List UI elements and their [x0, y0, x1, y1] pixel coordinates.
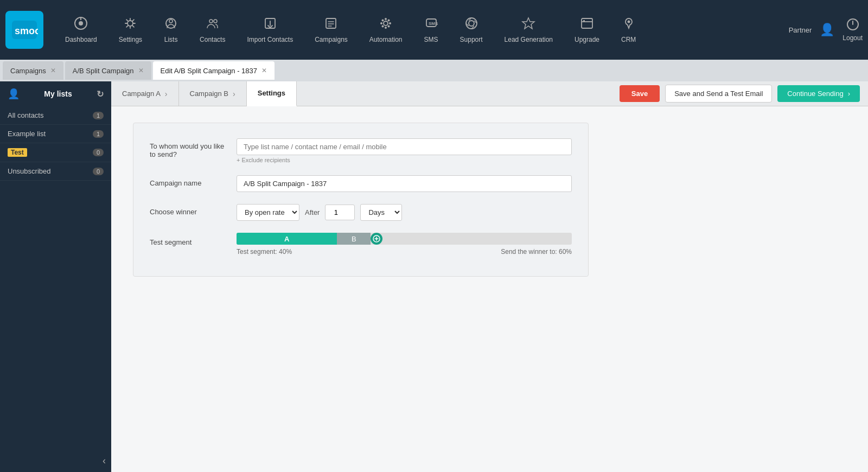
- lead-generation-icon: [521, 16, 535, 33]
- main-layout: 👤 My lists ↻ All contacts 1 Example list…: [0, 81, 868, 472]
- sub-tab-campaign-a[interactable]: Campaign A ›: [111, 81, 179, 106]
- continue-sending-button[interactable]: Continue Sending ›: [777, 85, 860, 102]
- svg-point-6: [169, 20, 173, 23]
- nav-label-settings: Settings: [119, 36, 142, 43]
- segment-percent-label: Test segment: 40%: [237, 248, 292, 256]
- after-label: After: [305, 208, 320, 216]
- nav-label-dashboard: Dashboard: [65, 36, 97, 43]
- nav-label-lists: Lists: [164, 36, 178, 43]
- to-field-group: + Exclude recipients: [237, 138, 572, 163]
- sub-tab-settings[interactable]: Settings: [247, 81, 297, 106]
- svg-point-3: [79, 21, 83, 25]
- nav-label-lead-generation: Lead Generation: [505, 36, 553, 43]
- support-icon: [464, 16, 478, 33]
- exclude-recipients-link[interactable]: + Exclude recipients: [237, 157, 572, 163]
- tab-ab-split[interactable]: A/B Split Campaign ✕: [65, 61, 151, 80]
- sub-tab-label-settings: Settings: [258, 89, 285, 97]
- nav-label-import-contacts: Import Contacts: [247, 36, 293, 43]
- form-row-to: To whom would you like to send? + Exclud…: [150, 138, 572, 163]
- nav-label-support: Support: [460, 36, 483, 43]
- sidebar-item-label-all-contacts: All contacts: [8, 111, 43, 119]
- sidebar-item-unsubscribed[interactable]: Unsubscribed 0: [0, 162, 111, 181]
- svg-rect-29: [582, 18, 592, 28]
- svg-point-31: [627, 21, 630, 23]
- continue-arrow-icon: ›: [848, 90, 850, 98]
- campaign-name-field-group: [237, 175, 572, 192]
- tabs-bar: Campaigns ✕ A/B Split Campaign ✕ Edit A/…: [0, 60, 868, 81]
- sms-icon: SMS: [424, 16, 438, 33]
- logout-button[interactable]: Logout: [843, 18, 863, 42]
- logo[interactable]: smoove: [5, 11, 43, 49]
- user-avatar-icon[interactable]: 👤: [820, 23, 834, 37]
- sub-header-row: Campaign A › Campaign B › Settings Save …: [111, 81, 868, 106]
- sidebar-item-lists[interactable]: Lists: [153, 11, 189, 49]
- campaigns-icon: [324, 16, 338, 33]
- to-input[interactable]: [237, 138, 572, 155]
- campaign-name-input[interactable]: [237, 175, 572, 192]
- sub-tabs: Campaign A › Campaign B › Settings: [111, 81, 297, 106]
- days-number-input[interactable]: [325, 205, 355, 220]
- tab-edit-ab-split-close[interactable]: ✕: [261, 67, 267, 74]
- nav-items: Dashboard Settings Lists Contacts Import…: [54, 11, 789, 49]
- segment-a: A: [237, 233, 337, 245]
- lists-icon: [164, 16, 178, 33]
- action-buttons: Save Save and Send a Test Email Continue…: [620, 85, 868, 103]
- sidebar-item-upgrade[interactable]: Upgrade: [564, 11, 610, 49]
- sidebar-item-sms[interactable]: SMS SMS: [413, 11, 449, 49]
- contacts-icon: [206, 16, 220, 33]
- sidebar-item-label-example-list: Example list: [8, 130, 46, 138]
- settings-icon: [123, 16, 137, 33]
- sub-tab-campaign-b[interactable]: Campaign B ›: [179, 81, 247, 106]
- sidebar-item-lead-generation[interactable]: Lead Generation: [494, 11, 564, 49]
- sidebar-item-settings[interactable]: Settings: [108, 11, 153, 49]
- sidebar-header: 👤 My lists ↻: [0, 81, 111, 106]
- sidebar-item-badge-test: 0: [93, 149, 104, 156]
- nav-label-campaigns: Campaigns: [315, 36, 348, 43]
- sidebar-collapse-icon[interactable]: ‹: [103, 455, 106, 467]
- save-button[interactable]: Save: [620, 85, 660, 102]
- form-area: To whom would you like to send? + Exclud…: [111, 106, 868, 472]
- svg-rect-30: [583, 20, 585, 22]
- segment-slider-group: A B Test segment: 40% Send the winner: [237, 233, 572, 256]
- sidebar-item-dashboard[interactable]: Dashboard: [54, 11, 108, 49]
- sidebar-item-all-contacts[interactable]: All contacts 1: [0, 106, 111, 125]
- tab-edit-ab-split-label: Edit A/B Split Campaign - 1837: [161, 67, 258, 75]
- segment-b: B: [337, 233, 371, 245]
- sidebar-item-test[interactable]: Test 0: [0, 143, 111, 162]
- sidebar-item-campaigns[interactable]: Campaigns: [304, 11, 359, 49]
- svg-point-19: [388, 20, 390, 22]
- svg-point-14: [380, 22, 382, 24]
- save-and-test-button[interactable]: Save and Send a Test Email: [665, 85, 772, 103]
- dashboard-icon: [74, 16, 88, 33]
- choose-winner-label: Choose winner: [150, 204, 226, 216]
- import-contacts-icon: [263, 16, 277, 33]
- campaign-name-label: Campaign name: [150, 175, 226, 187]
- tab-campaigns-close[interactable]: ✕: [50, 67, 56, 74]
- partner-button[interactable]: Partner: [789, 26, 812, 34]
- nav-right: Partner 👤 Logout: [789, 18, 863, 42]
- campaign-b-arrow-icon: ›: [233, 90, 235, 98]
- days-select[interactable]: Days Hours: [360, 204, 402, 221]
- tab-ab-split-label: A/B Split Campaign: [73, 67, 134, 75]
- campaign-a-arrow-icon: ›: [165, 90, 168, 98]
- sidebar-footer: ‹: [0, 450, 111, 472]
- nav-label-sms: SMS: [424, 36, 438, 43]
- refresh-icon[interactable]: ↻: [97, 89, 104, 99]
- nav-label-automation: Automation: [369, 36, 403, 43]
- sidebar-item-automation[interactable]: Automation: [359, 11, 413, 49]
- tab-ab-split-close[interactable]: ✕: [138, 67, 144, 74]
- automation-icon: [379, 16, 393, 33]
- svg-point-8: [214, 20, 217, 23]
- segment-handle[interactable]: [371, 233, 382, 245]
- tab-edit-ab-split[interactable]: Edit A/B Split Campaign - 1837 ✕: [153, 61, 275, 80]
- sidebar-item-support[interactable]: Support: [449, 11, 494, 49]
- sidebar-item-contacts[interactable]: Contacts: [189, 11, 236, 49]
- winner-select[interactable]: By open rate By click rate: [237, 204, 299, 221]
- sidebar-item-import-contacts[interactable]: Import Contacts: [236, 11, 304, 49]
- sidebar-item-crm[interactable]: CRM: [610, 11, 647, 49]
- svg-point-7: [209, 20, 213, 23]
- svg-point-11: [384, 21, 388, 25]
- tab-campaigns[interactable]: Campaigns ✕: [3, 61, 63, 80]
- svg-marker-28: [522, 18, 534, 29]
- sidebar-item-example-list[interactable]: Example list 1: [0, 125, 111, 143]
